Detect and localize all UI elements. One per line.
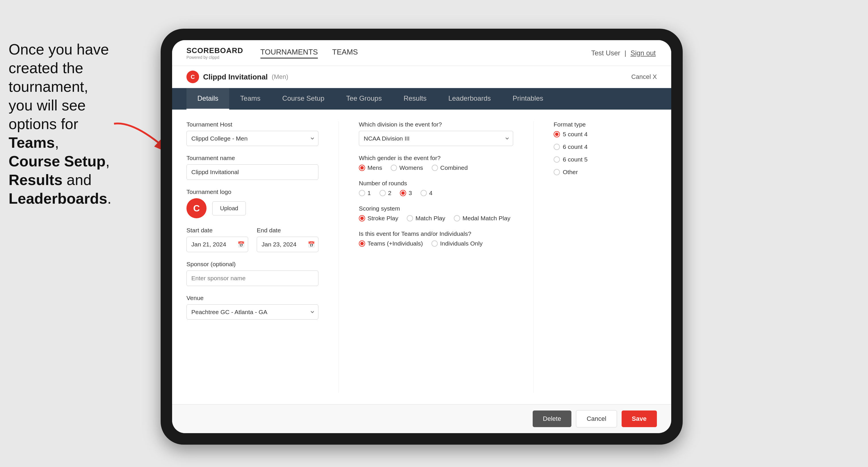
start-date-wrap: 📅 bbox=[186, 237, 248, 252]
rounds-4[interactable]: 4 bbox=[421, 190, 433, 196]
scoring-medal-label: Medal Match Play bbox=[462, 215, 510, 222]
delete-button[interactable]: Delete bbox=[533, 410, 572, 427]
start-date-field: Start date 📅 bbox=[186, 227, 248, 252]
sponsor-input[interactable] bbox=[186, 271, 318, 286]
format-6count4-radio[interactable] bbox=[554, 144, 560, 150]
logo-text: SCOREBOARD bbox=[186, 46, 243, 55]
individuals-only[interactable]: Individuals Only bbox=[431, 240, 483, 247]
format-5count4[interactable]: 5 count 4 bbox=[554, 131, 657, 138]
tournament-gender: (Men) bbox=[272, 73, 288, 81]
save-button[interactable]: Save bbox=[622, 410, 657, 427]
teams-plus-radio[interactable] bbox=[359, 240, 365, 247]
end-date-field: End date 📅 bbox=[257, 227, 318, 252]
format-6count5-radio[interactable] bbox=[554, 156, 560, 163]
cancel-button[interactable]: Cancel bbox=[576, 410, 617, 428]
scoring-medal-radio[interactable] bbox=[454, 215, 460, 221]
tournament-host-select[interactable]: Clippd College - Men bbox=[186, 131, 318, 146]
scoring-stroke-label: Stroke Play bbox=[368, 215, 398, 222]
format-5count4-label: 5 count 4 bbox=[563, 131, 587, 138]
gender-mens[interactable]: Mens bbox=[359, 164, 382, 171]
format-group: Format type 5 count 4 6 count 4 bbox=[554, 121, 657, 176]
scoring-stroke[interactable]: Stroke Play bbox=[359, 215, 398, 222]
rounds-2-radio[interactable] bbox=[379, 190, 386, 196]
teams-label: Is this event for Teams and/or Individua… bbox=[359, 230, 513, 237]
tournament-host-label: Tournament Host bbox=[186, 121, 318, 128]
rounds-4-radio[interactable] bbox=[421, 190, 427, 196]
division-select[interactable]: NCAA Division III bbox=[359, 131, 513, 146]
gender-combined-label: Combined bbox=[440, 164, 468, 171]
tournament-name-group: Tournament name bbox=[186, 155, 318, 180]
end-date-icon: 📅 bbox=[308, 241, 315, 248]
tab-course-setup[interactable]: Course Setup bbox=[271, 88, 335, 110]
rounds-4-label: 4 bbox=[429, 190, 433, 196]
tournament-breadcrumb: C Clippd Invitational (Men) Cancel X bbox=[172, 66, 671, 88]
format-other-radio[interactable] bbox=[554, 169, 560, 175]
gender-womens[interactable]: Womens bbox=[391, 164, 423, 171]
format-col: Format type 5 count 4 6 count 4 bbox=[554, 121, 657, 393]
tab-details[interactable]: Details bbox=[186, 88, 229, 110]
app-chrome: SCOREBOARD Powered by clippd TOURNAMENTS… bbox=[172, 40, 671, 433]
form-col-left: Tournament Host Clippd College - Men Tou… bbox=[186, 121, 318, 393]
user-area: Test User | Sign out bbox=[590, 49, 657, 57]
main-content: Tournament Host Clippd College - Men Tou… bbox=[172, 110, 671, 404]
scoring-group: Scoring system Stroke Play Match Play bbox=[359, 205, 513, 222]
tournament-logo-label: Tournament logo bbox=[186, 188, 318, 195]
scoring-match-radio[interactable] bbox=[407, 215, 413, 221]
scoring-match[interactable]: Match Play bbox=[407, 215, 445, 222]
rounds-1-radio[interactable] bbox=[359, 190, 365, 196]
logo-circle: C bbox=[186, 198, 207, 218]
gender-combined[interactable]: Combined bbox=[432, 164, 468, 171]
format-5count4-radio[interactable] bbox=[554, 131, 560, 137]
tab-tee-groups[interactable]: Tee Groups bbox=[335, 88, 393, 110]
tab-leaderboards[interactable]: Leaderboards bbox=[437, 88, 502, 110]
teams-plus-label: Teams (+Individuals) bbox=[368, 240, 423, 247]
gender-radio-group: Mens Womens Combined bbox=[359, 164, 513, 171]
end-date-wrap: 📅 bbox=[257, 237, 318, 252]
format-radio-stack: 5 count 4 6 count 4 6 count 5 bbox=[554, 131, 657, 176]
signout-link[interactable]: Sign out bbox=[630, 49, 656, 57]
start-date-icon: 📅 bbox=[238, 241, 245, 248]
rounds-2[interactable]: 2 bbox=[379, 190, 392, 196]
logo-sub: Powered by clippd bbox=[186, 55, 243, 60]
nav-tournaments[interactable]: TOURNAMENTS bbox=[260, 48, 318, 59]
cancel-top-button[interactable]: Cancel X bbox=[631, 73, 657, 81]
sponsor-group: Sponsor (optional) bbox=[186, 261, 318, 286]
rounds-3[interactable]: 3 bbox=[400, 190, 412, 196]
format-other[interactable]: Other bbox=[554, 169, 657, 176]
format-6count4[interactable]: 6 count 4 bbox=[554, 144, 657, 150]
tournament-name: Clippd Invitational bbox=[203, 72, 268, 82]
breadcrumb-left: C Clippd Invitational (Men) bbox=[186, 70, 288, 83]
individuals-radio[interactable] bbox=[431, 240, 438, 247]
gender-womens-radio[interactable] bbox=[391, 165, 397, 171]
rounds-1[interactable]: 1 bbox=[359, 190, 371, 196]
gender-label: Which gender is the event for? bbox=[359, 155, 513, 161]
tournament-name-label: Tournament name bbox=[186, 155, 318, 161]
rounds-group: Number of rounds 1 2 bbox=[359, 180, 513, 196]
gender-mens-radio[interactable] bbox=[359, 165, 365, 171]
division-label: Which division is the event for? bbox=[359, 121, 513, 128]
format-6count5[interactable]: 6 count 5 bbox=[554, 156, 657, 163]
division-group: Which division is the event for? NCAA Di… bbox=[359, 121, 513, 146]
scoring-stroke-radio[interactable] bbox=[359, 215, 365, 221]
user-label: Test User bbox=[591, 49, 620, 57]
nav-teams[interactable]: TEAMS bbox=[332, 48, 358, 59]
tournament-name-input[interactable] bbox=[186, 164, 318, 180]
tab-teams[interactable]: Teams bbox=[229, 88, 271, 110]
rounds-3-radio[interactable] bbox=[400, 190, 406, 196]
user-separator: | bbox=[624, 49, 626, 57]
start-date-label: Start date bbox=[186, 227, 248, 234]
tab-results[interactable]: Results bbox=[393, 88, 437, 110]
upload-button[interactable]: Upload bbox=[212, 201, 246, 215]
venue-select[interactable]: Peachtree GC - Atlanta - GA bbox=[186, 304, 318, 319]
gender-combined-radio[interactable] bbox=[432, 165, 438, 171]
tablet-frame: SCOREBOARD Powered by clippd TOURNAMENTS… bbox=[161, 29, 683, 445]
date-row: Start date 📅 End date 📅 bbox=[186, 227, 318, 252]
teams-plus-individuals[interactable]: Teams (+Individuals) bbox=[359, 240, 423, 247]
rounds-2-label: 2 bbox=[388, 190, 392, 196]
tab-printables[interactable]: Printables bbox=[502, 88, 554, 110]
format-6count5-label: 6 count 5 bbox=[563, 156, 587, 163]
rounds-label: Number of rounds bbox=[359, 180, 513, 187]
scoring-medal-match[interactable]: Medal Match Play bbox=[454, 215, 510, 222]
tournament-logo-group: Tournament logo C Upload bbox=[186, 188, 318, 218]
end-date-label: End date bbox=[257, 227, 318, 234]
